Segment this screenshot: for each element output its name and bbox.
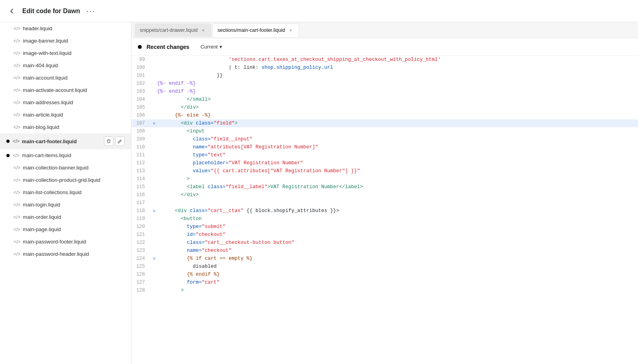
tab-close-button[interactable]: × xyxy=(200,27,206,33)
sidebar-item-main-cart-items-liquid[interactable]: </>main-cart-items.liquid xyxy=(0,149,131,162)
code-line: 127 form="cart" xyxy=(131,278,638,286)
code-token: > xyxy=(157,176,190,182)
delete-file-button[interactable] xyxy=(104,136,114,146)
code-editor[interactable]: 99 'sections.cart.taxes_at_checkout_ship… xyxy=(131,56,638,364)
code-token: {%- endif -%} xyxy=(157,89,196,94)
sidebar-item-main-addresses-liquid[interactable]: </>main-addresses.liquid xyxy=(0,96,131,109)
code-line: 128 > xyxy=(131,286,638,294)
recent-changes-title: Recent changes xyxy=(147,44,189,50)
sidebar-item-label: main-login.liquid xyxy=(23,202,125,208)
line-content: <input xyxy=(157,127,638,135)
sidebar-item-main-blog-liquid[interactable]: </>main-blog.liquid xyxy=(0,121,131,133)
code-token: {{ block.shopify_attributes }}> xyxy=(244,208,339,214)
code-token: | t: link: xyxy=(157,65,262,70)
code-line: 104 </small> xyxy=(131,95,638,103)
sidebar-item-main-cart-footer-liquid[interactable]: </>main-cart-footer.liquid xyxy=(0,133,131,149)
back-button[interactable] xyxy=(6,6,18,17)
tab-main-cart-footer[interactable]: sections/main-cart-footer.liquid× xyxy=(212,23,299,37)
current-dropdown[interactable]: Current ▾ xyxy=(197,42,225,51)
sidebar-item-header-liquid[interactable]: </>header.liquid xyxy=(0,22,131,35)
current-dropdown-label: Current xyxy=(200,44,217,50)
line-number: 100 xyxy=(131,64,151,72)
code-line: 102{%- endif -%} xyxy=(131,80,638,88)
sidebar-item-image-banner-liquid[interactable]: </>image-banner.liquid xyxy=(0,35,131,47)
line-content: class="field__input" xyxy=(157,135,638,143)
line-number: 128 xyxy=(131,286,151,294)
line-number: 101 xyxy=(131,72,151,80)
line-number: 107 xyxy=(131,119,151,127)
line-marker: v xyxy=(151,207,157,215)
sidebar-item-main-collection-product-grid-liquid[interactable]: </>main-collection-product-grid.liquid xyxy=(0,174,131,186)
code-token: {%- else -%} xyxy=(157,113,211,118)
code-token: class= xyxy=(157,136,211,142)
code-token: type= xyxy=(157,152,208,158)
sidebar-item-main-article-liquid[interactable]: </>main-article.liquid xyxy=(0,109,131,121)
code-line: 118v <div class="cart__ctas" {{ block.sh… xyxy=(131,207,638,215)
line-number: 110 xyxy=(131,143,151,151)
sidebar-item-main-password-header-liquid[interactable]: </>main-password-header.liquid xyxy=(0,248,131,260)
sidebar-item-main-list-collections-liquid[interactable]: </>main-list-collections.liquid xyxy=(0,186,131,199)
sidebar-item-label: main-blog.liquid xyxy=(23,124,125,130)
sidebar-item-main-404-liquid[interactable]: </>main-404.liquid xyxy=(0,59,131,72)
sidebar-item-label: main-addresses.liquid xyxy=(23,99,125,105)
code-token: "field__label" xyxy=(226,184,268,190)
sidebar-item-main-order-liquid[interactable]: </>main-order.liquid xyxy=(0,211,131,223)
code-line: 107v <div class="field"> xyxy=(131,119,638,127)
code-line: 126 {% endif %} xyxy=(131,271,638,278)
line-number: 113 xyxy=(131,167,151,175)
rename-file-button[interactable] xyxy=(115,136,125,146)
code-line: 101 }} xyxy=(131,72,638,80)
code-token: {%- endif -%} xyxy=(157,81,196,86)
code-token: "cart__checkout-button button" xyxy=(205,240,294,245)
more-options-button[interactable]: ··· xyxy=(86,6,96,16)
code-token: name= xyxy=(157,248,202,253)
code-line: 105 </div> xyxy=(131,103,638,111)
sidebar-item-main-activate-account-liquid[interactable]: </>main-activate-account.liquid xyxy=(0,84,131,96)
code-token: </small> xyxy=(157,97,211,102)
sidebar-item-main-login-liquid[interactable]: </>main-login.liquid xyxy=(0,199,131,211)
code-line: 100 | t: link: shop.shipping_policy.url xyxy=(131,64,638,72)
line-content: {%- else -%} xyxy=(157,111,638,119)
code-line: 112 placeholder="VAT Registration Number… xyxy=(131,159,638,167)
code-token: type= xyxy=(157,224,202,230)
file-code-icon: </> xyxy=(14,227,20,232)
sidebar-item-main-account-liquid[interactable]: </>main-account.liquid xyxy=(0,72,131,84)
sidebar-item-label: image-with-text.liquid xyxy=(23,50,125,56)
line-number: 111 xyxy=(131,151,151,159)
code-token: "checkout" xyxy=(202,248,232,253)
code-token: placeholder= xyxy=(157,160,229,166)
modified-dot xyxy=(6,154,10,157)
sidebar-item-label: header.liquid xyxy=(23,25,125,31)
code-token: value= xyxy=(157,168,211,174)
tab-close-button[interactable]: × xyxy=(288,27,294,33)
code-line: 115 <label class="field__label">VAT Regi… xyxy=(131,183,638,191)
code-token: "{{ cart.attributes["VAT Registration Nu… xyxy=(211,168,360,174)
line-number: 117 xyxy=(131,199,151,207)
line-content: <button xyxy=(157,215,638,223)
line-content: name="checkout" xyxy=(157,247,638,255)
code-line: 120 type="submit" xyxy=(131,223,638,231)
sidebar-item-label: image-banner.liquid xyxy=(23,38,125,44)
line-number: 126 xyxy=(131,271,151,278)
sidebar-item-image-with-text-liquid[interactable]: </>image-with-text.liquid xyxy=(0,47,131,59)
code-token: "field__input" xyxy=(211,136,252,142)
recent-dot xyxy=(138,45,142,49)
file-code-icon: </> xyxy=(14,51,20,56)
sidebar-item-label: main-order.liquid xyxy=(23,214,125,220)
sidebar-item-main-collection-banner-liquid[interactable]: </>main-collection-banner.liquid xyxy=(0,162,131,174)
line-number: 127 xyxy=(131,278,151,286)
code-line: 123 name="checkout" xyxy=(131,247,638,255)
sidebar-scroll[interactable]: </>header.liquid</>image-banner.liquid</… xyxy=(0,22,131,364)
line-number: 122 xyxy=(131,239,151,247)
modified-dot xyxy=(6,140,10,143)
tab-label: sections/main-cart-footer.liquid xyxy=(217,27,285,33)
line-content: > xyxy=(157,175,638,183)
sidebar-item-label: main-account.liquid xyxy=(23,75,125,81)
sidebar-item-main-password-footer-liquid[interactable]: </>main-password-footer.liquid xyxy=(0,236,131,248)
sidebar-item-label: main-404.liquid xyxy=(23,62,125,68)
file-code-icon: </> xyxy=(14,202,20,208)
sidebar-item-main-page-liquid[interactable]: </>main-page.liquid xyxy=(0,223,131,236)
code-token: form= xyxy=(157,280,202,285)
tab-cart-drawer[interactable]: snippets/cart-drawer.liquid× xyxy=(135,23,211,37)
sidebar-item-label: main-password-header.liquid xyxy=(23,251,125,257)
